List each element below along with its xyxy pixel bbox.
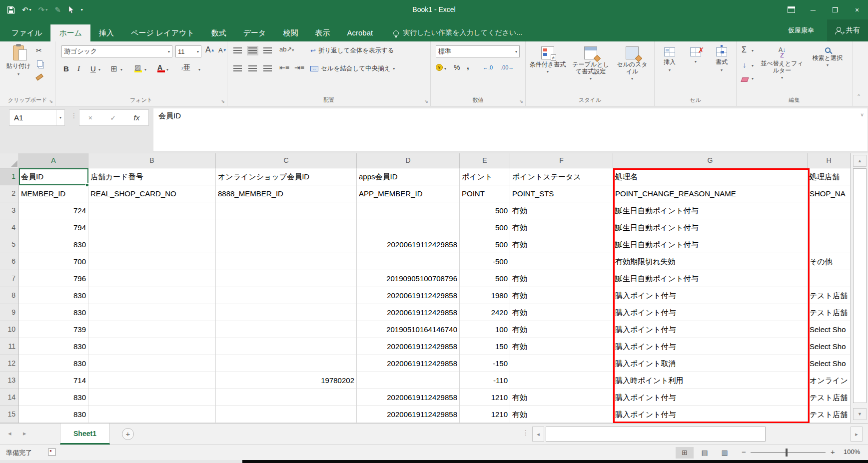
cell-C13[interactable]: 19780202 [216, 372, 357, 389]
cell-G11[interactable]: 購入ポイント付与 [613, 338, 808, 355]
currency-icon[interactable]: ¥ [436, 64, 443, 71]
cell-E1[interactable]: ポイント [460, 168, 510, 185]
cell-B9[interactable] [88, 304, 216, 321]
cell-G7[interactable]: 誕生日自動ポイント付与 [613, 270, 808, 287]
macro-record-icon[interactable] [48, 449, 56, 456]
cell-F6[interactable] [510, 253, 613, 270]
column-header-B[interactable]: B [88, 153, 216, 168]
row-header-9[interactable]: 9 [0, 304, 19, 321]
cell-B3[interactable] [88, 202, 216, 219]
cell-B11[interactable] [88, 338, 216, 355]
cell-E5[interactable]: 500 [460, 236, 510, 253]
cell-F11[interactable]: 有効 [510, 338, 613, 355]
cell-G13[interactable]: 購入時ポイント利用 [613, 372, 808, 389]
scroll-left-icon[interactable]: ◂ [532, 427, 544, 442]
tab-data[interactable]: データ [235, 24, 275, 41]
cell-H14[interactable]: テスト店舗 [808, 389, 851, 406]
cell-E10[interactable]: 100 [460, 321, 510, 338]
tab-page-layout[interactable]: ページ レイアウト [122, 24, 203, 41]
cell-H7[interactable] [808, 270, 851, 287]
decrease-decimal-icon[interactable]: .00→ [501, 64, 514, 70]
cell-C3[interactable] [216, 202, 357, 219]
tab-home[interactable]: ホーム [50, 24, 90, 41]
row-header-12[interactable]: 12 [0, 355, 19, 372]
minimize-button[interactable]: ─ [802, 0, 824, 19]
row-header-10[interactable]: 10 [0, 321, 19, 338]
row-header-13[interactable]: 13 [0, 372, 19, 389]
align-center-icon[interactable] [248, 65, 257, 72]
close-button[interactable]: × [846, 0, 868, 19]
align-top-icon[interactable] [233, 47, 242, 54]
cell-A10[interactable]: 739 [19, 321, 88, 338]
cell-B5[interactable] [88, 236, 216, 253]
cell-A6[interactable]: 700 [19, 253, 88, 270]
merge-center-button[interactable]: ↔ セルを結合して中央揃え ▾ [310, 64, 395, 73]
scroll-up-icon[interactable]: ▲ [853, 155, 867, 167]
cell-D14[interactable]: 20200619112429858 [357, 389, 460, 406]
cell-D1[interactable]: apps会員ID [357, 168, 460, 185]
bold-button[interactable]: B [63, 64, 69, 73]
confirm-entry-icon[interactable]: ✓ [110, 114, 116, 122]
cell-H8[interactable]: テスト店舗 [808, 287, 851, 304]
cell-E13[interactable]: -110 [460, 372, 510, 389]
cell-F10[interactable]: 有効 [510, 321, 613, 338]
cell-D4[interactable] [357, 219, 460, 236]
cell-E15[interactable]: 1210 [460, 406, 510, 423]
cell-F13[interactable] [510, 372, 613, 389]
cell-C10[interactable] [216, 321, 357, 338]
cancel-entry-icon[interactable]: × [88, 114, 92, 122]
borders-icon[interactable]: ⊞ [110, 64, 117, 73]
formula-input[interactable]: 会員ID ˅ [153, 108, 868, 152]
cell-D8[interactable]: 20200619112429858 [357, 287, 460, 304]
cell-G6[interactable]: 有効期限切れ失効 [613, 253, 808, 270]
cell-B13[interactable] [88, 372, 216, 389]
phonetic-guide-icon[interactable]: ｱ亜 [181, 63, 190, 72]
format-cells-button[interactable]: 書式▾ [710, 47, 734, 72]
prev-sheet-icon[interactable]: ◂ [8, 430, 11, 437]
cell-B15[interactable] [88, 406, 216, 423]
user-name[interactable]: 仮屋康幸 [788, 26, 814, 35]
number-format-select[interactable]: 標準▾ [436, 45, 520, 57]
cell-styles-button[interactable]: セルのスタイル▾ [615, 46, 650, 81]
fill-color-icon[interactable]: ▨ [134, 63, 142, 72]
cell-E14[interactable]: 1210 [460, 389, 510, 406]
cell-C8[interactable] [216, 287, 357, 304]
cell-A13[interactable]: 714 [19, 372, 88, 389]
decrease-indent-icon[interactable]: ⇤≡ [279, 63, 289, 71]
align-middle-icon[interactable] [248, 47, 257, 54]
fill-handle[interactable] [85, 183, 89, 187]
cell-B2[interactable]: REAL_SHOP_CARD_NO [88, 185, 216, 202]
cell-D9[interactable]: 20200619112429858 [357, 304, 460, 321]
row-header-4[interactable]: 4 [0, 219, 19, 236]
restore-button[interactable]: ❐ [824, 0, 846, 19]
row-header-8[interactable]: 8 [0, 287, 19, 304]
cell-B8[interactable] [88, 287, 216, 304]
fill-down-icon[interactable]: ↓ [743, 60, 747, 69]
cell-G10[interactable]: 購入ポイント付与 [613, 321, 808, 338]
font-color-icon[interactable]: A [157, 63, 165, 72]
cell-G12[interactable]: 購入ポイント取消 [613, 355, 808, 372]
paste-button[interactable]: 貼り付け ▾ [4, 45, 33, 76]
cell-C1[interactable]: オンラインショップ会員ID [216, 168, 357, 185]
cell-F15[interactable]: 有効 [510, 406, 613, 423]
tab-formulas[interactable]: 数式 [203, 24, 235, 41]
ribbon-display-options-icon[interactable] [780, 0, 802, 19]
increase-indent-icon[interactable]: ⇥≡ [294, 63, 304, 71]
page-break-view-icon[interactable]: ▥ [716, 447, 734, 459]
share-button[interactable]: + 共有 [827, 19, 868, 41]
align-bottom-icon[interactable] [263, 47, 272, 54]
insert-cells-button[interactable]: 挿入▾ [658, 47, 682, 72]
cell-F5[interactable]: 有効 [510, 236, 613, 253]
column-header-D[interactable]: D [357, 153, 460, 168]
row-header-11[interactable]: 11 [0, 338, 19, 355]
shrink-font-icon[interactable]: A▼ [218, 46, 227, 54]
align-right-icon[interactable] [263, 65, 272, 72]
cell-D10[interactable]: 20190510164146740 [357, 321, 460, 338]
cell-F14[interactable]: 有効 [510, 389, 613, 406]
tell-me-box[interactable]: 実行したい作業を入力してください... [393, 24, 522, 41]
clear-icon[interactable] [741, 77, 749, 82]
cell-G8[interactable]: 購入ポイント付与 [613, 287, 808, 304]
increase-decimal-icon[interactable]: ←.0 [483, 64, 493, 70]
cell-H5[interactable] [808, 236, 851, 253]
cell-A9[interactable]: 830 [19, 304, 88, 321]
